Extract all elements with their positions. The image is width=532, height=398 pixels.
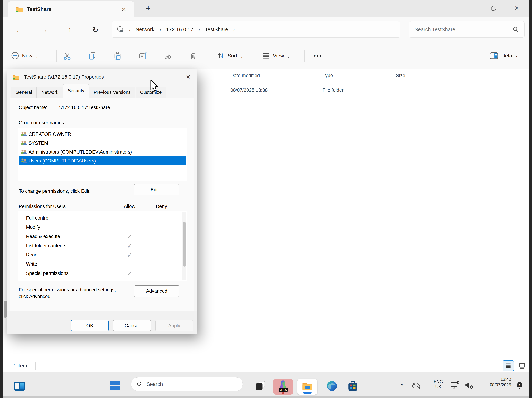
store-app-button[interactable] (347, 380, 359, 392)
volume-muted-button[interactable] (464, 380, 475, 390)
copy-button[interactable] (88, 52, 96, 60)
navigation-bar: ← → ↑ ↻ ›Network›172.16.0.17›TestShare› … (3, 17, 529, 43)
dialog-tab-network[interactable]: Network (37, 86, 63, 98)
language-indicator[interactable]: ENG UK (429, 379, 447, 390)
properties-dialog: TestShare (\\172.16.0.17) Properties ✕ G… (7, 69, 197, 334)
windows-logo-icon (110, 380, 120, 391)
window-minimize-button[interactable]: — (462, 2, 479, 14)
more-options-button[interactable]: ••• (314, 43, 322, 69)
window-close-button[interactable]: ✕ (509, 2, 525, 14)
refresh-button[interactable]: ↻ (90, 24, 101, 35)
file-date-modified: 08/07/2025 13:38 (230, 87, 268, 93)
edit-button[interactable]: Edit... (134, 184, 179, 195)
dialog-close-icon[interactable]: ✕ (184, 72, 193, 81)
group-users-icon (21, 131, 27, 137)
search-input[interactable]: Search TestShare (414, 26, 455, 33)
delete-button[interactable] (189, 52, 197, 60)
scrollbar-thumb[interactable] (183, 222, 186, 267)
cut-button[interactable] (63, 52, 71, 60)
search-box[interactable]: Search TestShare (409, 21, 525, 38)
onedrive-offline-button[interactable] (411, 380, 421, 391)
address-bar[interactable]: ›Network›172.16.0.17›TestShare› (112, 21, 400, 38)
thumbnail-view-toggle[interactable] (516, 360, 528, 371)
breadcrumb-chevron-icon[interactable]: › (230, 26, 238, 33)
details-view-toggle[interactable] (503, 360, 514, 371)
file-explorer-app-button[interactable] (297, 379, 317, 395)
advanced-button[interactable]: Advanced (134, 285, 179, 297)
rename-button[interactable]: A (139, 52, 147, 60)
dialog-title-bar[interactable]: TestShare (\\172.16.0.17) Properties ✕ (7, 69, 196, 85)
group-list-item[interactable]: Users (COMPUTLEDEV\Users) (19, 157, 186, 165)
breadcrumb-chevron-icon[interactable]: › (126, 26, 134, 33)
edge-app-button[interactable] (326, 380, 338, 392)
taskbar-search-box[interactable]: Search (131, 377, 243, 391)
group-name: SYSTEM (29, 140, 48, 146)
details-pane-button[interactable]: Details (490, 43, 517, 69)
permissions-label: Permissions for Users (19, 204, 66, 209)
ok-button[interactable]: OK (71, 320, 109, 331)
column-separator[interactable] (443, 71, 443, 81)
column-header-type[interactable]: Type (323, 73, 333, 78)
permissions-list[interactable]: Full controlModifyRead & execute✓List fo… (18, 211, 187, 281)
network-status-button[interactable] (450, 380, 460, 390)
breadcrumb-item[interactable]: 172.16.0.17 (164, 26, 195, 33)
breadcrumb-item[interactable]: TestShare (203, 26, 230, 33)
group-list-item[interactable]: SYSTEM (19, 139, 186, 148)
chevron-down-icon: ⌄ (240, 54, 243, 59)
taskbar: Search M365 (3, 372, 529, 396)
column-separator[interactable] (319, 71, 319, 81)
permission-row[interactable]: Read & execute✓ (18, 232, 187, 241)
widgets-button[interactable] (13, 381, 25, 391)
group-list-item[interactable]: Administrators (COMPUTLEDEV\Administrato… (19, 148, 186, 157)
m365-copilot-app-button[interactable]: M365 (273, 379, 293, 395)
forward-button[interactable]: → (39, 24, 50, 35)
permission-row[interactable]: Read✓ (18, 250, 187, 260)
start-button[interactable] (109, 380, 120, 391)
object-name-label: Object name: (19, 105, 47, 110)
breadcrumb-chevron-icon[interactable]: › (195, 26, 203, 33)
view-button[interactable]: View ⌄ (262, 43, 290, 69)
explorer-tab[interactable]: TestShare ✕ (8, 1, 134, 17)
object-name-value: \\172.16.0.17\TestShare (59, 105, 110, 110)
permissions-scrollbar[interactable] (182, 212, 186, 281)
notification-bell-button[interactable]: z (515, 380, 525, 390)
dialog-tab-previous-versions[interactable]: Previous Versions (89, 86, 135, 98)
breadcrumb-chevron-icon[interactable]: › (156, 26, 164, 33)
sort-button[interactable]: Sort ⌄ (217, 43, 243, 69)
dialog-tab-security[interactable]: Security (63, 84, 89, 98)
screen: TestShare ✕ + — ✕ ← → ↑ ↻ ›Network›172.1… (0, 0, 532, 398)
column-header-size[interactable]: Size (396, 73, 405, 78)
dialog-tab-general[interactable]: General (11, 86, 37, 98)
permission-row[interactable]: Modify (18, 223, 187, 232)
paste-button[interactable] (114, 52, 121, 60)
window-restore-button[interactable] (486, 2, 502, 14)
task-view-button[interactable] (255, 380, 266, 391)
sort-icon (217, 52, 225, 60)
new-button-label: New (22, 53, 32, 59)
permission-row[interactable]: List folder contents✓ (18, 241, 187, 250)
back-button[interactable]: ← (13, 24, 25, 35)
up-button[interactable]: ↑ (64, 24, 76, 35)
breadcrumb-item[interactable]: Network (134, 26, 156, 33)
apply-button[interactable]: Apply (155, 320, 193, 331)
tab-close-icon[interactable]: ✕ (120, 5, 128, 13)
group-list-item[interactable]: CREATOR OWNER (19, 130, 186, 139)
share-button[interactable] (164, 52, 172, 60)
screen-bottom-border (3, 396, 529, 398)
new-tab-button[interactable]: + (144, 4, 153, 13)
monitor-plug-icon (450, 381, 460, 389)
permission-row[interactable]: Special permissions✓ (18, 269, 187, 278)
clock[interactable]: 12:42 08/07/2025 (474, 377, 511, 388)
cancel-button[interactable]: Cancel (113, 320, 151, 331)
restore-icon (490, 5, 497, 12)
group-users-icon (21, 149, 27, 155)
group-user-list[interactable]: CREATOR OWNERSYSTEMAdministrators (COMPU… (18, 128, 187, 181)
file-explorer-icon (302, 381, 313, 390)
scrollbar-thumb[interactable] (4, 301, 7, 318)
permission-row[interactable]: Full control (18, 214, 187, 223)
column-header-date-modified[interactable]: Date modified (230, 73, 260, 78)
new-button[interactable]: New ⌄ (11, 43, 38, 69)
taskbar-search-input[interactable]: Search (146, 381, 163, 387)
tray-expand-button[interactable]: ^ (398, 381, 406, 390)
permission-row[interactable]: Write (18, 260, 187, 269)
